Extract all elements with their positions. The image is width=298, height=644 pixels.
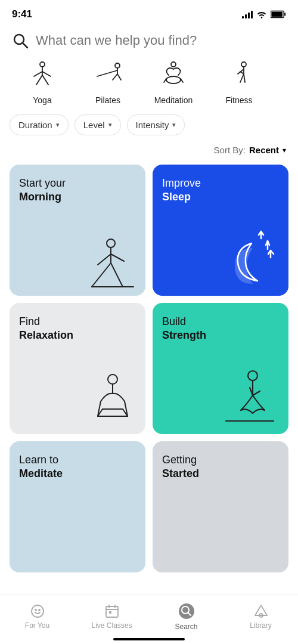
live-classes-label: Live Classes (91, 621, 132, 630)
library-icon (253, 603, 269, 619)
search-nav-icon (178, 602, 195, 620)
yoga-label: Yoga (33, 95, 51, 105)
level-chevron-icon: ▾ (108, 121, 112, 129)
sort-label: Sort By: (214, 145, 246, 155)
svg-point-5 (40, 62, 45, 67)
sort-value[interactable]: Recent (249, 145, 279, 155)
started-card[interactable]: GettingStarted (153, 441, 288, 572)
intensity-chevron-icon: ▾ (172, 121, 176, 129)
meditation-label: Meditation (154, 95, 193, 105)
categories-row: Yoga Pilates Meditation (0, 58, 298, 114)
svg-point-31 (248, 371, 257, 380)
status-icons (242, 10, 286, 18)
relaxation-card-text: FindRelaxation (19, 315, 136, 343)
svg-rect-36 (106, 606, 118, 617)
svg-line-24 (240, 74, 244, 82)
svg-line-10 (42, 75, 48, 85)
nav-library[interactable]: Library (240, 603, 282, 630)
level-filter[interactable]: Level ▾ (74, 114, 121, 135)
morning-card[interactable]: Start yourMorning (10, 165, 145, 296)
intensity-filter[interactable]: Intensity ▾ (127, 114, 185, 135)
fitness-icon (222, 58, 256, 92)
status-time: 9:41 (12, 8, 32, 20)
relaxation-card-icon (74, 357, 145, 434)
library-label: Library (250, 621, 272, 630)
for-you-label: For You (25, 621, 49, 630)
search-bar[interactable] (0, 26, 298, 58)
meditate-card[interactable]: Learn toMeditate (10, 441, 145, 572)
nav-search[interactable]: Search (166, 602, 207, 631)
meditation-icon (157, 58, 190, 92)
sort-chevron-icon[interactable]: ▾ (283, 146, 286, 154)
sleep-card-text: ImproveSleep (162, 177, 279, 205)
fitness-label: Fitness (225, 95, 252, 105)
svg-line-4 (23, 44, 28, 48)
duration-filter[interactable]: Duration ▾ (10, 114, 69, 135)
category-meditation[interactable]: Meditation (141, 58, 206, 105)
pilates-icon (91, 58, 125, 92)
svg-point-33 (32, 605, 44, 617)
search-icon (12, 32, 29, 49)
cards-grid: Start yourMorning ImproveSleep (0, 165, 298, 572)
strength-card-icon (217, 357, 288, 434)
battery-icon (271, 10, 286, 18)
morning-card-text: Start yourMorning (19, 177, 136, 205)
duration-chevron-icon: ▾ (56, 121, 60, 129)
started-card-text: GettingStarted (162, 453, 279, 481)
signal-icon (242, 10, 253, 18)
svg-point-41 (179, 603, 194, 619)
svg-point-34 (35, 609, 36, 611)
category-pilates[interactable]: Pilates (75, 58, 141, 105)
svg-line-13 (97, 70, 117, 76)
svg-line-8 (42, 72, 51, 76)
svg-point-17 (166, 76, 181, 83)
search-label: Search (175, 623, 197, 631)
svg-point-20 (241, 62, 246, 67)
svg-line-9 (36, 75, 42, 85)
svg-point-35 (39, 609, 40, 611)
status-bar: 9:41 (0, 0, 298, 26)
calendar-icon (104, 603, 120, 619)
sleep-card-icon (217, 218, 288, 296)
bottom-nav: For You Live Classes Search Library (0, 595, 298, 644)
svg-rect-40 (109, 611, 111, 614)
morning-card-icon (74, 218, 145, 296)
nav-live-classes[interactable]: Live Classes (91, 603, 133, 630)
svg-point-3 (14, 35, 24, 44)
strength-card[interactable]: BuildStrength (153, 303, 288, 434)
yoga-icon (26, 58, 59, 92)
svg-point-11 (115, 63, 120, 68)
svg-line-14 (113, 74, 117, 80)
svg-line-23 (244, 74, 245, 82)
svg-point-26 (107, 239, 115, 247)
category-fitness[interactable]: Fitness (206, 58, 272, 105)
wifi-icon (256, 10, 267, 18)
svg-line-7 (34, 72, 42, 76)
svg-point-16 (171, 62, 176, 67)
search-input[interactable] (36, 33, 286, 48)
strength-card-text: BuildStrength (162, 315, 279, 343)
home-indicator (113, 638, 185, 640)
relaxation-card[interactable]: FindRelaxation (10, 303, 145, 434)
pilates-label: Pilates (95, 95, 120, 105)
sleep-card[interactable]: ImproveSleep (153, 165, 288, 296)
category-yoga[interactable]: Yoga (10, 58, 75, 105)
svg-rect-1 (284, 13, 285, 16)
filters-row: Duration ▾ Level ▾ Intensity ▾ (0, 114, 298, 145)
sort-row: Sort By: Recent ▾ (0, 145, 298, 165)
svg-rect-2 (271, 12, 283, 17)
svg-point-30 (108, 374, 117, 384)
svg-line-15 (117, 74, 121, 80)
smiley-icon (30, 603, 45, 619)
meditate-card-text: Learn toMeditate (19, 453, 136, 481)
nav-for-you[interactable]: For You (17, 603, 58, 630)
